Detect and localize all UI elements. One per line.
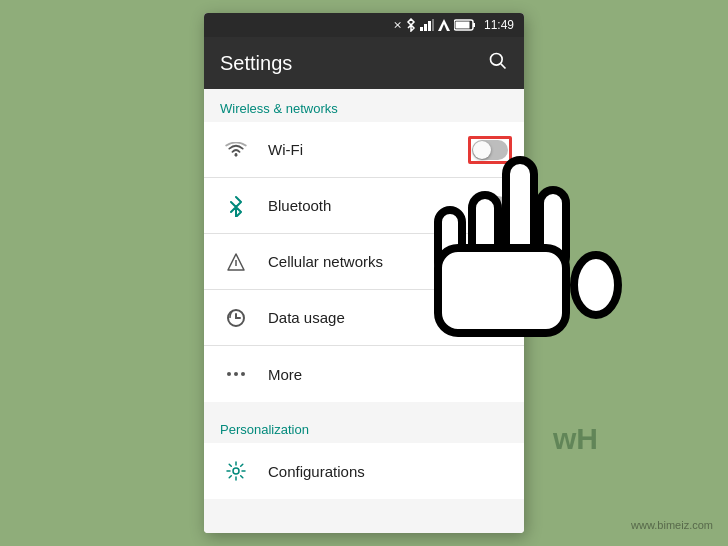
wireless-section-header: Wireless & networks [204, 89, 524, 122]
data-usage-icon-svg [226, 308, 246, 328]
cellular-toggle-container[interactable] [472, 252, 508, 272]
svg-rect-3 [432, 19, 434, 31]
settings-content: Wireless & networks Wi-Fi [204, 89, 524, 533]
cellular-icon-svg [226, 252, 246, 272]
wifi-icon [220, 142, 252, 158]
wifi-icon-svg [225, 142, 247, 158]
phone-frame: ⨯︎ 11:49 [204, 13, 524, 533]
status-bar: ⨯︎ 11:49 [204, 13, 524, 37]
bluetooth-icon [220, 195, 252, 217]
bluetooth-toggle[interactable] [472, 196, 508, 216]
data-usage-icon [220, 308, 252, 328]
data-usage-item[interactable]: Data usage [204, 290, 524, 346]
configurations-item[interactable]: Configurations [204, 443, 524, 499]
svg-rect-8 [455, 22, 469, 29]
bluetooth-toggle-container[interactable] [472, 196, 508, 216]
cellular-icon [220, 252, 252, 272]
wifi-toggle-thumb [473, 141, 491, 159]
signal-status-icon [420, 19, 434, 31]
svg-rect-17 [540, 190, 566, 270]
site-watermark: www.bimeiz.com [631, 519, 713, 531]
cellular-status-icon [438, 19, 450, 31]
configurations-icon [220, 461, 252, 481]
more-item[interactable]: More [204, 346, 524, 402]
svg-line-10 [501, 63, 506, 68]
bluetooth-toggle-thumb [473, 197, 491, 215]
bluetooth-icon-svg [228, 195, 244, 217]
svg-point-15 [233, 468, 239, 474]
svg-rect-2 [428, 21, 431, 31]
configurations-icon-svg [226, 461, 246, 481]
svg-rect-0 [420, 27, 423, 31]
personalization-section-header: Personalization [204, 410, 524, 443]
more-label: More [268, 366, 508, 383]
svg-point-21 [574, 255, 618, 315]
wifi-toggle[interactable] [472, 140, 508, 160]
search-button[interactable] [488, 51, 508, 76]
cellular-toggle-thumb [473, 253, 491, 271]
wifi-toggle-container[interactable] [472, 140, 508, 160]
svg-point-9 [491, 53, 503, 65]
svg-rect-7 [473, 23, 475, 27]
bluetooth-label: Bluetooth [268, 197, 472, 214]
app-bar: Settings [204, 37, 524, 89]
svg-point-11 [235, 154, 238, 157]
wifi-item[interactable]: Wi-Fi [204, 122, 524, 178]
more-dots-icon [227, 372, 245, 376]
app-bar-title: Settings [220, 52, 292, 75]
section-gap [204, 402, 524, 410]
battery-status-icon [454, 19, 476, 31]
wifi-label: Wi-Fi [268, 141, 472, 158]
cellular-toggle[interactable] [472, 252, 508, 272]
more-icon [220, 372, 252, 376]
svg-rect-1 [424, 24, 427, 31]
wh-watermark: wH [553, 422, 598, 456]
status-time: 11:49 [484, 18, 514, 32]
bluetooth-item[interactable]: Bluetooth [204, 178, 524, 234]
bluetooth-status-icon: ⨯︎ [393, 19, 402, 32]
cellular-label: Cellular networks [268, 253, 472, 270]
cellular-item[interactable]: Cellular networks [204, 234, 524, 290]
configurations-label: Configurations [268, 463, 508, 480]
bluetooth-status-icon [406, 18, 416, 32]
data-usage-label: Data usage [268, 309, 508, 326]
wireless-section-list: Wi-Fi Bluetooth [204, 122, 524, 402]
status-icons: ⨯︎ 11:49 [393, 18, 514, 32]
personalization-section-list: Configurations [204, 443, 524, 499]
